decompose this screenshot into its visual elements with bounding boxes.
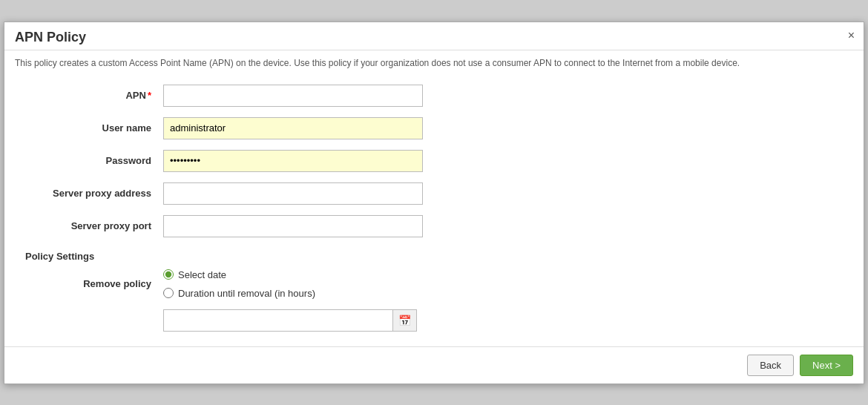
radio-duration-input[interactable] [163, 288, 174, 298]
policy-settings-section-label: Policy Settings [15, 248, 853, 269]
username-input[interactable] [163, 117, 423, 139]
remove-policy-row: Remove policy Select date Duration until… [15, 269, 853, 299]
modal-description: This policy creates a custom Access Poin… [4, 50, 864, 77]
date-input[interactable] [163, 309, 393, 332]
modal-title: APN Policy [15, 30, 86, 45]
server-proxy-port-input[interactable] [163, 215, 423, 237]
server-proxy-address-input[interactable] [163, 182, 423, 205]
server-proxy-address-label: Server proxy address [15, 188, 163, 199]
date-row: 📅 [163, 309, 853, 332]
apn-label: APN* [15, 90, 163, 101]
modal-body: APN* User name Password Server proxy add… [4, 77, 864, 339]
next-button[interactable]: Next > [800, 355, 853, 376]
calendar-button[interactable]: 📅 [393, 309, 417, 332]
server-proxy-address-row: Server proxy address [15, 182, 853, 205]
server-proxy-port-label: Server proxy port [15, 220, 163, 231]
password-row: Password [15, 150, 853, 172]
back-button[interactable]: Back [747, 355, 794, 376]
username-row: User name [15, 117, 853, 139]
close-button[interactable]: × [848, 30, 855, 42]
username-label: User name [15, 122, 163, 134]
modal-header: APN Policy × [4, 22, 864, 50]
apn-input[interactable] [163, 85, 423, 107]
radio-select-date-input[interactable] [163, 269, 174, 280]
radio-select-date-label: Select date [178, 269, 226, 280]
remove-policy-options: Select date Duration until removal (in h… [163, 269, 315, 299]
modal-footer: Back Next > [4, 346, 864, 383]
server-proxy-port-row: Server proxy port [15, 215, 853, 237]
password-input[interactable] [163, 150, 423, 172]
apn-row: APN* [15, 85, 853, 107]
radio-duration-label: Duration until removal (in hours) [178, 288, 315, 299]
apn-policy-modal: APN Policy × This policy creates a custo… [4, 22, 864, 384]
radio-duration[interactable]: Duration until removal (in hours) [163, 288, 315, 299]
calendar-icon: 📅 [398, 315, 411, 326]
remove-policy-label: Remove policy [15, 278, 163, 289]
password-label: Password [15, 155, 163, 166]
radio-select-date[interactable]: Select date [163, 269, 315, 280]
